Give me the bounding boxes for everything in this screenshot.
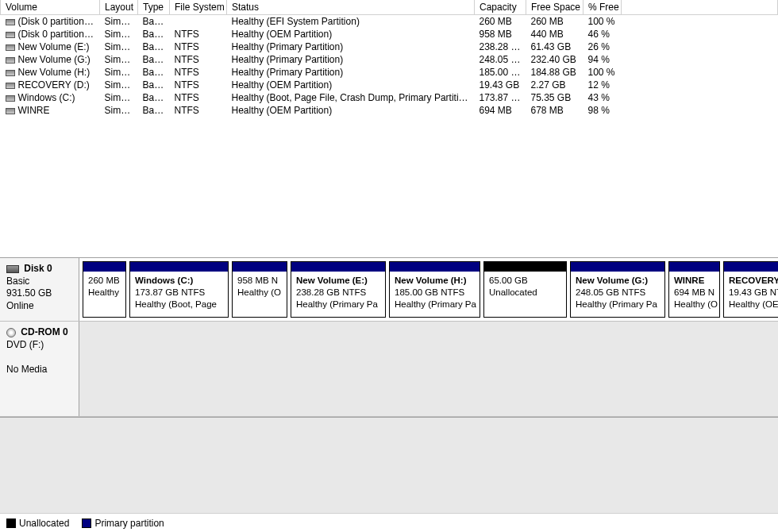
volume-table[interactable]: Volume Layout Type File System Status Ca… (0, 0, 778, 117)
volume-cap: 694 MB (475, 104, 526, 117)
volume-cap: 19.43 GB (475, 79, 526, 91)
volume-cap: 260 MB (475, 15, 526, 29)
volume-pct: 26 % (584, 40, 622, 53)
partition-header (130, 262, 228, 272)
volume-layout: Simple (100, 79, 138, 91)
swatch-primary-icon (82, 519, 91, 528)
volume-icon (6, 57, 15, 64)
volume-status: Healthy (OEM Partition) (227, 79, 475, 91)
empty-area (0, 418, 778, 513)
volume-fs: NTFS (170, 53, 227, 66)
volume-name: New Volume (G:) (18, 54, 91, 65)
disk-state: Online (6, 300, 34, 311)
partition-status: Healthy (Primary Pa (395, 299, 476, 309)
partition-status: Healthy (OEM P (729, 299, 778, 309)
volume-free: 184.88 GB (526, 66, 584, 79)
partition-header (233, 262, 287, 272)
partition-box[interactable]: New Volume (H:)185.00 GB NTFSHealthy (Pr… (389, 261, 480, 318)
partition-body: New Volume (G:)248.05 GB NTFSHealthy (Pr… (571, 272, 664, 317)
volume-name: RECOVERY (D:) (18, 79, 90, 91)
partition-box[interactable]: Windows (C:)173.87 GB NTFSHealthy (Boot,… (129, 261, 229, 318)
partition-body: 958 MB NHealthy (O (233, 272, 287, 317)
partition-box[interactable]: New Volume (G:)248.05 GB NTFSHealthy (Pr… (570, 261, 665, 318)
volume-free: 2.27 GB (526, 79, 584, 91)
volume-fs (170, 15, 227, 29)
partition-box[interactable]: 958 MB NHealthy (O (232, 261, 287, 318)
volume-free: 75.35 GB (526, 91, 584, 104)
col-status[interactable]: Status (227, 0, 475, 15)
col-layout[interactable]: Layout (100, 0, 138, 15)
partition-header (571, 262, 664, 272)
volume-icon (6, 44, 15, 51)
disk-0-label[interactable]: Disk 0 Basic 931.50 GB Online (0, 258, 79, 321)
col-capacity[interactable]: Capacity (475, 0, 526, 15)
volume-status: Healthy (Boot, Page File, Crash Dump, Pr… (227, 91, 475, 104)
disk-icon (6, 265, 19, 273)
volume-fs: NTFS (170, 28, 227, 40)
table-row[interactable]: Windows (C:)SimpleBasicNTFSHealthy (Boot… (1, 91, 778, 104)
volume-list-pane: Volume Layout Type File System Status Ca… (0, 0, 778, 258)
partition-size: 19.43 GB NTFS (729, 287, 778, 297)
partition-header (724, 262, 778, 272)
column-header-row[interactable]: Volume Layout Type File System Status Ca… (1, 0, 778, 15)
swatch-unallocated-icon (6, 519, 16, 528)
legend-primary: Primary partition (82, 518, 164, 529)
volume-status: Healthy (OEM Partition) (227, 104, 475, 117)
col-pct-free[interactable]: % Free (584, 0, 622, 15)
partition-box[interactable]: WINRE694 MB NHealthy (O (668, 261, 720, 318)
volume-cap: 958 MB (475, 28, 526, 40)
volume-fs: NTFS (170, 91, 227, 104)
table-row[interactable]: (Disk 0 partition 1)SimpleBasicHealthy (… (1, 15, 778, 29)
volume-type: Basic (138, 66, 170, 79)
col-filesystem[interactable]: File System (170, 0, 227, 15)
volume-status: Healthy (Primary Partition) (227, 66, 475, 79)
table-row[interactable]: RECOVERY (D:)SimpleBasicNTFSHealthy (OEM… (1, 79, 778, 91)
partition-box[interactable]: 65.00 GBUnallocated (483, 261, 567, 318)
partition-status: Healthy (Boot, Page (135, 299, 217, 309)
volume-layout: Simple (100, 104, 138, 117)
cdrom-label[interactable]: CD-ROM 0 DVD (F:) No Media (0, 322, 79, 416)
volume-fs: NTFS (170, 79, 227, 91)
partition-status: Healthy (O (237, 287, 281, 297)
partition-name: New Volume (G:) (576, 275, 660, 287)
table-row[interactable]: (Disk 0 partition 4)SimpleBasicNTFSHealt… (1, 28, 778, 40)
partition-box[interactable]: New Volume (E:)238.28 GB NTFSHealthy (Pr… (291, 261, 386, 318)
volume-type: Basic (138, 15, 170, 29)
disk-0-partitions: 260 MBHealthyWindows (C:)173.87 GB NTFSH… (79, 258, 778, 321)
partition-status: Healthy (O (674, 299, 718, 309)
volume-layout: Simple (100, 66, 138, 79)
col-volume[interactable]: Volume (1, 0, 100, 15)
volume-type: Basic (138, 91, 170, 104)
volume-name: New Volume (E:) (18, 41, 90, 52)
partition-box[interactable]: RECOVERY (D:)19.43 GB NTFSHealthy (OEM P (723, 261, 778, 318)
table-row[interactable]: WINRESimpleBasicNTFSHealthy (OEM Partiti… (1, 104, 778, 117)
partition-size: 694 MB N (674, 287, 714, 297)
partition-size: 185.00 GB NTFS (395, 287, 464, 297)
table-row[interactable]: New Volume (G:)SimpleBasicNTFSHealthy (P… (1, 53, 778, 66)
cdrom-sub: DVD (F:) (6, 339, 44, 350)
disk-0-row: Disk 0 Basic 931.50 GB Online 260 MBHeal… (0, 258, 778, 322)
volume-layout: Simple (100, 91, 138, 104)
partition-body: RECOVERY (D:)19.43 GB NTFSHealthy (OEM P (724, 272, 778, 317)
volume-type: Basic (138, 40, 170, 53)
partition-box[interactable]: 260 MBHealthy (83, 261, 126, 318)
partition-size: 173.87 GB NTFS (135, 287, 205, 297)
partition-body: New Volume (E:)238.28 GB NTFSHealthy (Pr… (291, 272, 385, 317)
col-free-space[interactable]: Free Space (526, 0, 584, 15)
col-type[interactable]: Type (138, 0, 170, 15)
table-row[interactable]: New Volume (H:)SimpleBasicNTFSHealthy (P… (1, 66, 778, 79)
volume-pct: 100 % (584, 66, 622, 79)
volume-pct: 98 % (584, 104, 622, 117)
volume-name: WINRE (18, 105, 50, 116)
volume-cap: 173.87 GB (475, 91, 526, 104)
volume-type: Basic (138, 79, 170, 91)
volume-status: Healthy (EFI System Partition) (227, 15, 475, 29)
volume-fs: NTFS (170, 104, 227, 117)
partition-header (390, 262, 480, 272)
volume-icon (6, 32, 15, 38)
table-row[interactable]: New Volume (E:)SimpleBasicNTFSHealthy (P… (1, 40, 778, 53)
col-spacer (622, 0, 778, 15)
volume-name: Windows (C:) (18, 92, 75, 103)
cdrom-icon (6, 328, 16, 337)
volume-fs: NTFS (170, 40, 227, 53)
